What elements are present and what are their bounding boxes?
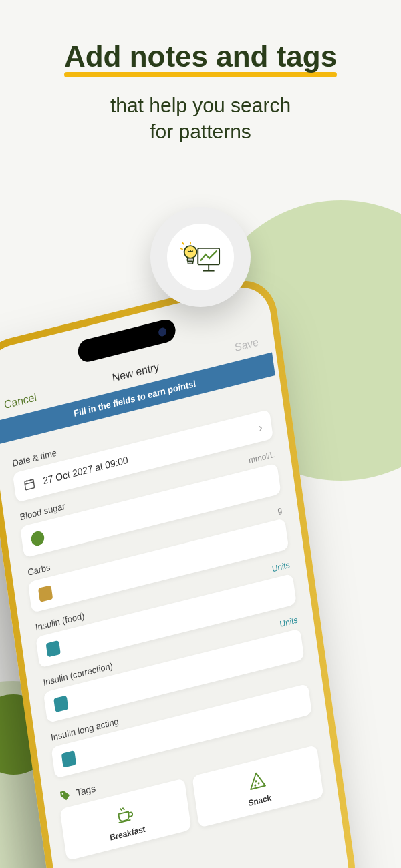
hero-title: Add notes and tags xyxy=(64,40,337,73)
svg-point-17 xyxy=(254,784,256,787)
lightbulb-chart-icon xyxy=(180,237,221,277)
insulin-food-swatch-icon xyxy=(46,640,61,658)
hero-badge-inner xyxy=(167,224,234,290)
tag-icon xyxy=(58,788,72,803)
pizza-slice-icon xyxy=(246,768,269,794)
hero-badge xyxy=(150,207,251,307)
coffee-cup-icon xyxy=(114,801,136,827)
bloodsugar-swatch-icon xyxy=(30,530,45,548)
svg-rect-9 xyxy=(25,479,35,490)
hero-subtitle: that help you search for patterns xyxy=(0,92,401,144)
page-title: New entry xyxy=(112,361,160,385)
insulin-correction-swatch-icon xyxy=(53,695,68,712)
bloodsugar-unit: mmol/L xyxy=(248,449,275,465)
tag-tile-label: Breakfast xyxy=(109,824,146,843)
cancel-button[interactable]: Cancel xyxy=(3,391,37,411)
datetime-value: 27 Oct 2027 at 09:00 xyxy=(42,454,128,486)
svg-line-7 xyxy=(180,248,183,250)
svg-point-15 xyxy=(255,780,257,783)
save-button[interactable]: Save xyxy=(234,336,259,355)
svg-line-8 xyxy=(182,242,184,244)
carbs-swatch-icon xyxy=(38,585,53,602)
chevron-right-icon: › xyxy=(257,420,263,435)
svg-point-3 xyxy=(184,246,197,258)
insulin-long-swatch-icon xyxy=(61,750,76,768)
svg-point-16 xyxy=(257,782,259,785)
svg-line-10 xyxy=(25,482,33,484)
calendar-icon xyxy=(23,477,36,492)
tag-tile-label: Snack xyxy=(248,793,272,808)
tags-label: Tags xyxy=(76,783,96,799)
insulin-correction-unit: Units xyxy=(279,614,299,628)
carbs-unit: g xyxy=(277,504,283,515)
svg-rect-5 xyxy=(188,262,193,264)
hero: Add notes and tags that help you search … xyxy=(0,0,401,144)
insulin-food-unit: Units xyxy=(271,560,291,574)
